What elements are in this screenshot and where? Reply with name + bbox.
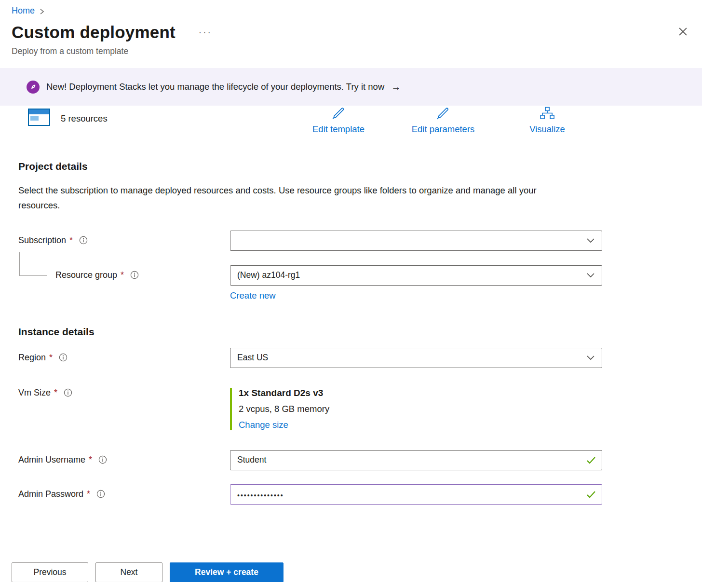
chevron-down-icon <box>586 355 595 361</box>
subscription-label-group: Subscription * <box>18 231 230 246</box>
required-asterisk: * <box>69 235 73 246</box>
admin-password-row: Admin Password * <box>18 484 690 505</box>
tree-connector-line <box>19 252 47 276</box>
region-label: Region <box>18 353 46 363</box>
breadcrumb: Home <box>0 0 702 16</box>
create-new-link[interactable]: Create new <box>230 290 276 301</box>
page-header: Custom deployment ··· <box>0 23 702 42</box>
edit-parameters-button[interactable]: Edit parameters <box>412 107 475 135</box>
vm-size-label: Vm Size <box>18 388 51 398</box>
form-content: Project details Select the subscription … <box>0 161 702 505</box>
visualize-label: Visualize <box>529 124 565 135</box>
region-value: East US <box>237 353 268 363</box>
pencil-icon <box>331 107 346 122</box>
pencil-icon <box>436 107 450 122</box>
vm-size-summary: 1x Standard D2s v3 2 vcpus, 8 GB memory … <box>230 388 602 430</box>
subscription-dropdown[interactable] <box>230 231 602 251</box>
resource-group-value: (New) az104-rg1 <box>237 270 300 280</box>
project-details-heading: Project details <box>18 161 690 172</box>
admin-username-label: Admin Username <box>18 455 85 465</box>
custom-deployment-page: Home Custom deployment ··· Deploy from a… <box>0 0 702 505</box>
subscription-label: Subscription <box>18 235 66 246</box>
admin-password-input[interactable] <box>230 484 602 505</box>
deployment-stacks-banner[interactable]: New! Deployment Stacks let you manage th… <box>0 68 702 106</box>
admin-username-row: Admin Username * <box>18 450 690 470</box>
sitemap-icon <box>540 107 555 122</box>
vm-size-specs: 2 vcpus, 8 GB memory <box>239 404 602 414</box>
subscription-row: Subscription * <box>18 231 690 251</box>
vm-size-info-icon[interactable] <box>64 388 72 397</box>
wizard-footer: Previous Next Review + create <box>12 562 284 582</box>
region-row: Region * East US <box>18 348 690 368</box>
vm-size-label-group: Vm Size * <box>18 388 230 398</box>
edit-parameters-label: Edit parameters <box>412 124 475 135</box>
region-dropdown[interactable]: East US <box>230 348 602 368</box>
required-asterisk: * <box>54 388 57 398</box>
chevron-down-icon <box>586 272 595 278</box>
region-label-group: Region * <box>18 348 230 363</box>
page-title: Custom deployment <box>12 23 176 42</box>
close-icon[interactable] <box>676 25 689 40</box>
template-toolbar: 5 resources Edit template Edit parameter… <box>0 107 702 139</box>
vm-size-row: Vm Size * 1x Standard D2s v3 2 vcpus, 8 … <box>18 388 690 430</box>
change-size-link[interactable]: Change size <box>239 420 288 430</box>
resource-group-row: Resource group * (New) az104-rg1 Create … <box>18 265 690 301</box>
more-options-button[interactable]: ··· <box>199 27 212 38</box>
resource-group-label-group: Resource group * <box>18 265 230 280</box>
visualize-button[interactable]: Visualize <box>529 107 565 135</box>
checkmark-icon <box>586 456 596 464</box>
checkmark-icon <box>586 491 596 498</box>
resources-count: 5 resources <box>61 113 108 124</box>
chevron-right-icon <box>39 7 45 15</box>
review-create-button[interactable]: Review + create <box>170 562 284 582</box>
resource-group-label: Resource group <box>55 270 117 280</box>
edit-template-button[interactable]: Edit template <box>312 107 364 135</box>
template-icon <box>28 109 50 128</box>
template-resources: 5 resources <box>28 109 108 128</box>
required-asterisk: * <box>89 455 92 465</box>
required-asterisk: * <box>87 489 90 499</box>
admin-username-info-icon[interactable] <box>98 455 107 464</box>
edit-template-label: Edit template <box>312 124 364 135</box>
subscription-info-icon[interactable] <box>79 236 88 245</box>
vm-size-value: 1x Standard D2s v3 <box>239 388 602 398</box>
banner-message: New! Deployment Stacks let you manage th… <box>46 82 384 92</box>
next-button[interactable]: Next <box>95 562 162 582</box>
instance-details-heading: Instance details <box>18 326 690 338</box>
chevron-down-icon <box>586 237 595 244</box>
rocket-icon <box>27 81 40 94</box>
page-subtitle: Deploy from a custom template <box>0 46 702 56</box>
arrow-right-icon[interactable]: → <box>391 82 401 93</box>
admin-password-label-group: Admin Password * <box>18 484 230 499</box>
region-info-icon[interactable] <box>59 353 68 362</box>
required-asterisk: * <box>121 270 124 280</box>
admin-password-info-icon[interactable] <box>96 490 105 498</box>
project-details-description: Select the subscription to manage deploy… <box>18 183 572 213</box>
resource-group-dropdown[interactable]: (New) az104-rg1 <box>230 265 602 286</box>
resource-group-info-icon[interactable] <box>130 271 139 279</box>
breadcrumb-home-link[interactable]: Home <box>12 6 35 16</box>
admin-username-input[interactable] <box>230 450 602 470</box>
required-asterisk: * <box>49 353 53 363</box>
admin-password-label: Admin Password <box>18 489 83 499</box>
previous-button[interactable]: Previous <box>12 562 88 582</box>
admin-username-label-group: Admin Username * <box>18 450 230 465</box>
